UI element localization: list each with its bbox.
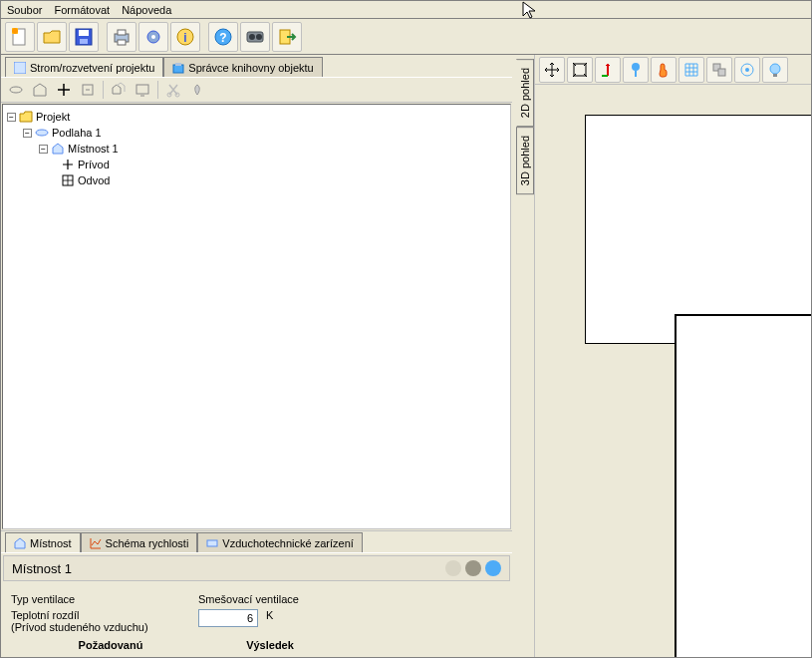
copy-room-button[interactable] <box>108 79 130 101</box>
library-icon <box>172 62 184 74</box>
vent-type-value: Smešovací ventilace <box>198 593 299 605</box>
tab-project-tree-label: Strom/rozvetvení projektu <box>30 62 154 74</box>
right-panel: 2D pohled 3D pohled <box>515 55 811 657</box>
room-tab-icon <box>14 537 26 549</box>
cut-button[interactable] <box>162 79 184 101</box>
save-button[interactable] <box>69 22 99 52</box>
tab-2d-view[interactable]: 2D pohled <box>516 59 534 127</box>
inlet-icon <box>61 159 75 170</box>
tab-project-tree[interactable]: Strom/rozvetvení projektu <box>5 57 163 77</box>
info-button[interactable]: i <box>170 22 200 52</box>
folder-icon <box>19 111 33 123</box>
video-button[interactable] <box>240 22 270 52</box>
tab-hvac[interactable]: Vzduchotechnické zarízení <box>197 532 362 552</box>
expander-room[interactable]: − <box>39 145 48 154</box>
svg-rect-29 <box>207 540 217 546</box>
status-dot-blue <box>485 560 501 576</box>
tab-room[interactable]: Místnost <box>5 532 81 552</box>
left-tabstrip: Strom/rozvetvení projektu Správce knihov… <box>1 55 512 77</box>
svg-rect-33 <box>718 69 725 76</box>
canvas-2d[interactable] <box>535 85 811 657</box>
export-button[interactable] <box>272 22 302 52</box>
screen-button[interactable] <box>132 79 153 101</box>
view-toolbar <box>535 55 811 85</box>
fit-button[interactable] <box>567 57 593 83</box>
vent-type-label: Typ ventilace <box>11 593 190 605</box>
temp-unit: K <box>266 609 273 621</box>
col-result: Výsledek <box>210 639 330 651</box>
temp-diff-sublabel: (Prívod studeného vzduchu) <box>11 621 148 633</box>
temp-diff-label: Teplotní rozdíl <box>11 609 79 621</box>
status-dot-grey2 <box>465 560 481 576</box>
view-tabs: 2D pohled 3D pohled <box>515 55 535 657</box>
svg-rect-24 <box>136 85 148 94</box>
print-button[interactable] <box>107 22 136 52</box>
status-circles <box>445 560 501 576</box>
tree-node-room[interactable]: Místnost 1 <box>68 143 119 155</box>
tab-speed-schema-label: Schéma rychlosti <box>106 537 189 549</box>
svg-rect-19 <box>14 62 26 74</box>
chart-icon <box>90 537 102 549</box>
expander-floor[interactable]: − <box>23 129 32 138</box>
menubar: Soubor Formátovat Nápoveda <box>1 1 811 19</box>
grid-button[interactable] <box>678 57 704 83</box>
svg-rect-4 <box>79 30 89 36</box>
status-dot-grey1 <box>445 560 461 576</box>
bulb-button[interactable] <box>762 57 788 83</box>
svg-text:?: ? <box>219 31 226 45</box>
tab-speed-schema[interactable]: Schéma rychlosti <box>81 532 198 552</box>
new-file-button[interactable] <box>5 22 35 52</box>
layers-button[interactable] <box>706 57 732 83</box>
tab-3d-view[interactable]: 3D pohled <box>516 127 534 194</box>
svg-rect-37 <box>773 74 777 77</box>
svg-rect-21 <box>175 63 181 66</box>
pin-button[interactable] <box>623 57 649 83</box>
tree-node-project[interactable]: Projekt <box>36 111 70 123</box>
svg-point-35 <box>745 68 749 72</box>
svg-point-17 <box>256 34 262 40</box>
svg-point-2 <box>12 28 18 34</box>
target-button[interactable] <box>734 57 760 83</box>
temp-diff-input[interactable] <box>198 609 258 627</box>
canvas-room-rect[interactable] <box>675 314 811 657</box>
bottom-tabstrip: Místnost Schéma rychlosti Vzduchotechnic… <box>1 530 512 552</box>
add-outlet-button[interactable] <box>77 79 99 101</box>
tab-object-library[interactable]: Správce knihovny objektu <box>163 57 322 77</box>
menu-file[interactable]: Soubor <box>7 4 42 16</box>
add-inlet-button[interactable] <box>53 79 75 101</box>
tree-node-inlet[interactable]: Prívod <box>78 159 110 170</box>
paste-button[interactable] <box>186 79 208 101</box>
add-room-button[interactable] <box>29 79 51 101</box>
main-toolbar: i ? <box>1 19 811 55</box>
svg-point-36 <box>770 64 780 74</box>
help-button[interactable]: ? <box>208 22 238 52</box>
open-folder-button[interactable] <box>37 22 67 52</box>
tree-icon <box>14 62 26 74</box>
svg-point-31 <box>632 63 640 71</box>
menu-format[interactable]: Formátovat <box>54 4 110 16</box>
settings-button[interactable] <box>138 22 168 52</box>
svg-point-27 <box>36 130 48 136</box>
menu-help[interactable]: Nápoveda <box>122 4 171 16</box>
axis-button[interactable] <box>595 57 621 83</box>
add-floor-button[interactable] <box>5 79 27 101</box>
hvac-icon <box>206 537 218 549</box>
expander-project[interactable]: − <box>7 113 16 122</box>
tab-room-label: Místnost <box>30 537 72 549</box>
svg-rect-7 <box>118 30 126 35</box>
left-panel: Strom/rozvetvení projektu Správce knihov… <box>1 55 515 657</box>
tree-toolbar <box>1 77 512 103</box>
hand-button[interactable] <box>651 57 677 83</box>
tree-node-floor[interactable]: Podlaha 1 <box>52 127 102 139</box>
svg-rect-5 <box>80 39 88 44</box>
tree-node-outlet[interactable]: Odvod <box>78 174 110 186</box>
detail-title: Místnost 1 <box>12 561 72 576</box>
move-button[interactable] <box>539 57 565 83</box>
detail-header: Místnost 1 <box>3 555 510 581</box>
svg-point-22 <box>10 87 22 93</box>
floor-icon <box>35 127 49 139</box>
project-tree[interactable]: − Projekt − Podlaha 1 − Místnost 1 Prívo… <box>2 104 511 529</box>
svg-point-16 <box>249 34 255 40</box>
col-required: Požadovanú <box>11 639 210 651</box>
svg-text:i: i <box>183 31 186 45</box>
